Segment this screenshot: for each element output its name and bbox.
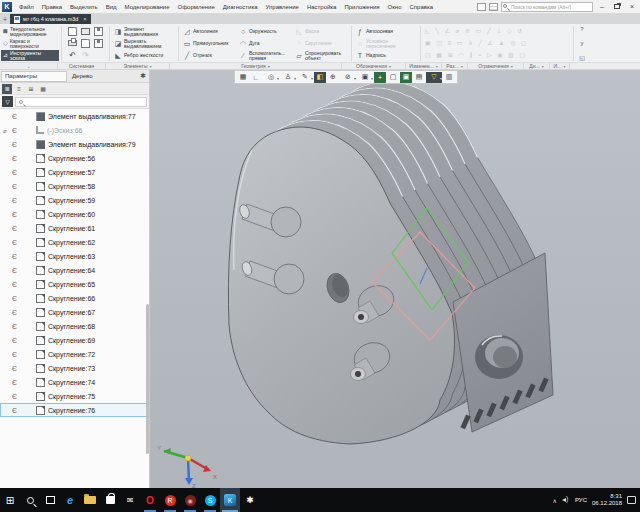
mode-wireframe-surfaces[interactable]: ◇ Каркас и поверхности: [1, 38, 59, 49]
menu-item[interactable]: Правка: [38, 4, 66, 10]
tool-autoline[interactable]: ◿Автолиния: [181, 26, 237, 37]
tree-item[interactable]: ⌀ Є Скругление:59: [0, 193, 149, 207]
task-view-button[interactable]: [40, 488, 60, 512]
image-quality-icon[interactable]: ▣: [357, 72, 373, 83]
settings-icon[interactable]: ✱: [240, 488, 260, 512]
tool-cut-extrude[interactable]: ◪Вырезать выдавливанием: [112, 38, 176, 49]
menu-item[interactable]: Настройка: [303, 4, 341, 10]
close-button[interactable]: ×: [626, 1, 638, 12]
move-component-icon[interactable]: +: [374, 72, 386, 83]
tool-text-label[interactable]: TНадпись: [354, 50, 418, 61]
orbit-rotate-icon[interactable]: ⊕: [327, 72, 339, 83]
ribbon-section-label[interactable]: Ограничения: [468, 63, 524, 69]
grid-icon[interactable]: ▦: [237, 72, 249, 83]
sketch-mode-icon[interactable]: ✎: [297, 72, 313, 83]
tool-project-object[interactable]: ▱Спроецировать объект: [293, 50, 349, 61]
window-panels-icon[interactable]: [489, 3, 498, 11]
dimensions-box-icon[interactable]: ▣: [400, 72, 412, 83]
menu-item[interactable]: Оформление: [174, 4, 219, 10]
start-button[interactable]: ⊞: [0, 488, 20, 512]
menu-item[interactable]: Справка: [406, 4, 438, 10]
menu-item[interactable]: Окно: [384, 4, 406, 10]
gear-icon[interactable]: ✱: [140, 72, 149, 80]
view-orientation-icon[interactable]: ♙: [280, 72, 296, 83]
mode-sketch-tools[interactable]: ⊿ Инструменты эскиза: [1, 50, 59, 61]
tool-arc[interactable]: ◠Дуга: [237, 38, 293, 49]
action-center-icon[interactable]: [627, 496, 636, 504]
section-view-icon[interactable]: ▥: [443, 72, 455, 83]
help-column-icon[interactable]: ◱: [576, 54, 588, 61]
menu-item[interactable]: Моделирование: [121, 4, 174, 10]
store-icon[interactable]: [100, 488, 120, 512]
tree-scrollbar[interactable]: [146, 304, 149, 454]
tree-item[interactable]: ⌀ Є Скругление:68: [0, 319, 149, 333]
print-icon[interactable]: [68, 40, 77, 46]
help-column-icon[interactable]: y: [576, 40, 588, 46]
tree-item[interactable]: ⌀ Є Скругление:56: [0, 151, 149, 165]
new-tab-button[interactable]: +: [0, 14, 10, 24]
app-darkred-icon[interactable]: ◉: [180, 488, 200, 512]
tree-item[interactable]: ⌀ Є Элемент выдавливания:79: [0, 137, 149, 151]
opera-icon[interactable]: O: [140, 488, 160, 512]
3d-viewport[interactable]: Y X Z ▦∟◎♙✎◧⊕⊘▣+▢▣▤▽▥: [150, 70, 640, 488]
language-indicator[interactable]: РУС: [575, 497, 587, 503]
new-document-icon[interactable]: [68, 27, 77, 36]
volume-icon[interactable]: [562, 496, 570, 504]
ribbon-section-label[interactable]: Раз...: [442, 63, 468, 69]
tab-tree[interactable]: Дерево: [67, 73, 93, 79]
command-search-input[interactable]: [501, 2, 593, 12]
tree-item[interactable]: ⌀ Є Скругление:65: [0, 277, 149, 291]
normal-orientation-icon[interactable]: ∟: [250, 72, 262, 83]
skype-icon[interactable]: S: [200, 488, 220, 512]
tool-extrude[interactable]: ◨Элемент выдавливания: [112, 26, 176, 37]
frame-select-icon[interactable]: ▢: [387, 72, 399, 83]
model-cylinder-head[interactable]: [228, 82, 553, 444]
tree-item[interactable]: ⌀ Є (-)Эскиз:66: [0, 123, 149, 137]
tree-item[interactable]: ⌀ Є Скругление:74: [0, 375, 149, 389]
undo-icon[interactable]: ↶: [69, 52, 76, 60]
tree-search-input[interactable]: [15, 97, 147, 107]
ribbon-section-label[interactable]: Изменен...: [406, 63, 442, 69]
clock[interactable]: 8:31 06.12.2018: [592, 493, 622, 507]
tree-structure-icon[interactable]: ≣: [2, 84, 12, 94]
restore-button[interactable]: [611, 1, 623, 12]
tree-item[interactable]: ⌀ Є Скругление:69: [0, 333, 149, 347]
tab-close-icon[interactable]: ×: [83, 16, 87, 22]
tree-item[interactable]: ⌀ Є Скругление:67: [0, 305, 149, 319]
tree-item[interactable]: ⌀ Є Скругление:62: [0, 235, 149, 249]
tab-parameters[interactable]: Параметры: [1, 71, 67, 82]
tree-filter-icon[interactable]: ▽: [2, 96, 13, 107]
help-column-icon[interactable]: ?: [576, 26, 588, 32]
minimize-button[interactable]: –: [596, 1, 608, 12]
menu-item[interactable]: Приложения: [340, 4, 383, 10]
zoom-icon[interactable]: ◎: [263, 72, 279, 83]
tree-item[interactable]: ⌀ Є Скругление:76: [0, 403, 149, 417]
tree-sequence-icon[interactable]: ≡: [14, 84, 24, 94]
tree-item[interactable]: ⌀ Є Скругление:58: [0, 179, 149, 193]
file-explorer-icon[interactable]: [80, 488, 100, 512]
ribbon-section-label[interactable]: Системная: [58, 63, 106, 69]
scene-sheet-icon[interactable]: ▤: [413, 72, 425, 83]
tree-groups-icon[interactable]: ⊞: [26, 84, 36, 94]
edge-icon[interactable]: e: [60, 488, 80, 512]
window-layout-icon[interactable]: [477, 3, 486, 11]
mode-solid-modeling[interactable]: ◼ Твердотельное моделирование: [1, 26, 59, 37]
menu-item[interactable]: Управление: [262, 4, 303, 10]
tree-item[interactable]: ⌀ Є Скругление:66: [0, 291, 149, 305]
tree-item[interactable]: ⌀ Є Скругление:61: [0, 221, 149, 235]
app-red-icon[interactable]: R: [160, 488, 180, 512]
ribbon-section-label[interactable]: Геометрия: [170, 63, 342, 69]
ribbon-section-label[interactable]: И...: [550, 63, 570, 69]
menu-item[interactable]: Файл: [15, 4, 38, 10]
tool-auxiliary-line[interactable]: ∕Вспомогатель... прямая: [237, 50, 293, 61]
hide-objects-icon[interactable]: ⊘: [340, 72, 356, 83]
tray-chevron-icon[interactable]: ∧: [553, 497, 557, 504]
print-preview-icon[interactable]: [81, 39, 90, 48]
tool-segment[interactable]: ╱Отрезок: [181, 50, 237, 61]
tree-item[interactable]: ⌀ Є Скругление:57: [0, 165, 149, 179]
ribbon-section-label[interactable]: [0, 63, 58, 69]
document-tab[interactable]: мт гбц 4 клапана.m3d ×: [10, 14, 91, 24]
save-icon[interactable]: [94, 27, 103, 36]
tool-rib[interactable]: ◣Ребро жесткости: [112, 50, 176, 61]
menu-item[interactable]: Выделить: [66, 4, 102, 10]
